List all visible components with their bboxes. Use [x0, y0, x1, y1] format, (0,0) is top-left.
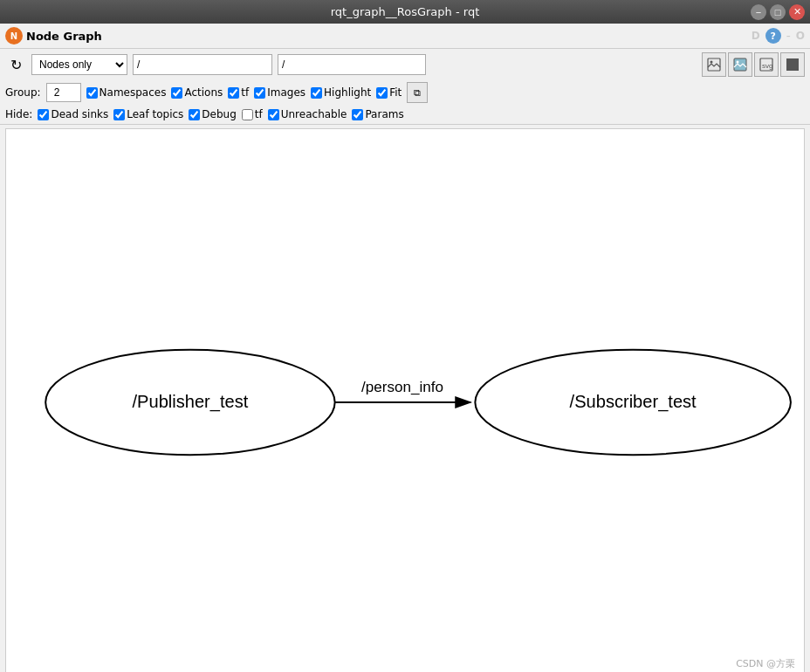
minimize-button[interactable]: − — [751, 4, 766, 20]
app-title: Node Graph — [26, 30, 102, 43]
debug-checkbox[interactable] — [189, 109, 200, 120]
export-image-button2[interactable] — [728, 52, 752, 77]
hide-label: Hide: — [5, 108, 32, 120]
svg-point-3 — [737, 61, 739, 64]
filter1-input[interactable] — [133, 54, 272, 75]
svg-text:svg: svg — [762, 62, 772, 70]
namespaces-checkbox[interactable] — [86, 87, 98, 99]
toolbar-row2: Group: Namespaces Actions tf Images High… — [5, 82, 805, 103]
tf-label: tf — [241, 86, 249, 99]
title-bar: rqt_graph__RosGraph - rqt − □ ✕ — [0, 0, 810, 24]
namespaces-label: Namespaces — [100, 86, 167, 99]
tf-hide-checkbox[interactable] — [242, 109, 253, 120]
namespaces-checkbox-label[interactable]: Namespaces — [86, 86, 167, 99]
close-button[interactable]: ✕ — [789, 4, 805, 20]
export-image-button1[interactable] — [702, 52, 726, 77]
tf-checkbox[interactable] — [228, 87, 239, 99]
maximize-button[interactable]: □ — [770, 4, 786, 20]
params-checkbox-label[interactable]: Params — [352, 108, 403, 120]
params-label: Params — [365, 108, 403, 120]
highlight-checkbox-label[interactable]: Highlight — [311, 86, 371, 99]
fit-checkbox-label[interactable]: Fit — [376, 86, 402, 99]
tf-checkbox-label[interactable]: tf — [228, 86, 249, 99]
svg-text:/person_info: /person_info — [361, 379, 443, 395]
leaf-topics-checkbox-label[interactable]: Leaf topics — [113, 108, 183, 120]
svg-text:/Subscriber_test: /Subscriber_test — [570, 392, 697, 412]
toolbar-icon-group: svg — [702, 52, 805, 77]
graph-area[interactable]: /Publisher_test /person_info /Subscriber… — [5, 128, 805, 672]
group-input[interactable] — [46, 83, 81, 102]
svg-point-1 — [710, 61, 713, 64]
svg-text:/Publisher_test: /Publisher_test — [133, 392, 249, 412]
leaf-topics-label: Leaf topics — [127, 108, 183, 120]
toolbar: ↻ Nodes only svg — [0, 49, 810, 125]
export-image-button4[interactable] — [780, 52, 805, 77]
window-title: rqt_graph__RosGraph - rqt — [331, 5, 480, 18]
export-image-button3[interactable]: svg — [754, 52, 779, 77]
fit-label: Fit — [389, 86, 402, 99]
svg-rect-6 — [786, 58, 799, 71]
svg-rect-0 — [708, 58, 720, 71]
debug-checkbox-label[interactable]: Debug — [189, 108, 236, 120]
highlight-checkbox[interactable] — [311, 87, 322, 99]
watermark: CSDN @方栗 — [736, 657, 795, 670]
d-label: D — [752, 30, 760, 42]
group-label: Group: — [5, 86, 41, 99]
unreachable-checkbox-label[interactable]: Unreachable — [268, 108, 347, 120]
images-checkbox-label[interactable]: Images — [254, 86, 305, 99]
o-label: O — [796, 30, 805, 42]
images-label: Images — [267, 86, 305, 99]
refresh-button[interactable]: ↻ — [5, 54, 26, 75]
actions-checkbox-label[interactable]: Actions — [171, 86, 223, 99]
unreachable-checkbox[interactable] — [268, 109, 279, 120]
leaf-topics-checkbox[interactable] — [113, 109, 125, 120]
window-controls: − □ ✕ — [751, 4, 805, 20]
tf-hide-label: tf — [255, 108, 263, 120]
toolbar-row3: Hide: Dead sinks Leaf topics Debug tf Un… — [5, 108, 805, 120]
toolbar-row1: ↻ Nodes only svg — [5, 52, 805, 77]
actions-label: Actions — [184, 86, 223, 99]
copy-button[interactable]: ⧉ — [407, 82, 428, 103]
filter2-input[interactable] — [278, 54, 426, 75]
graph-svg: /Publisher_test /person_info /Subscriber… — [6, 129, 804, 672]
params-checkbox[interactable] — [352, 109, 363, 120]
dead-sinks-checkbox[interactable] — [38, 109, 49, 120]
menu-bar-right: D ? - O — [752, 28, 805, 44]
app-title-area: N Node Graph — [5, 27, 102, 45]
fit-checkbox[interactable] — [376, 87, 388, 99]
svg-rect-2 — [734, 58, 746, 71]
highlight-label: Highlight — [324, 86, 371, 99]
unreachable-label: Unreachable — [281, 108, 347, 120]
main-window: N Node Graph D ? - O ↻ Nodes only — [0, 24, 810, 672]
menu-bar: N Node Graph D ? - O — [0, 24, 810, 49]
images-checkbox[interactable] — [254, 87, 265, 99]
actions-checkbox[interactable] — [171, 87, 182, 99]
view-mode-select[interactable]: Nodes only — [31, 54, 127, 75]
app-icon: N — [5, 27, 23, 45]
help-button[interactable]: ? — [765, 28, 781, 44]
dash-label: - — [786, 29, 791, 43]
tf-hide-checkbox-label[interactable]: tf — [242, 108, 263, 120]
debug-label: Debug — [202, 108, 236, 120]
dead-sinks-checkbox-label[interactable]: Dead sinks — [38, 108, 108, 120]
dead-sinks-label: Dead sinks — [51, 108, 108, 120]
